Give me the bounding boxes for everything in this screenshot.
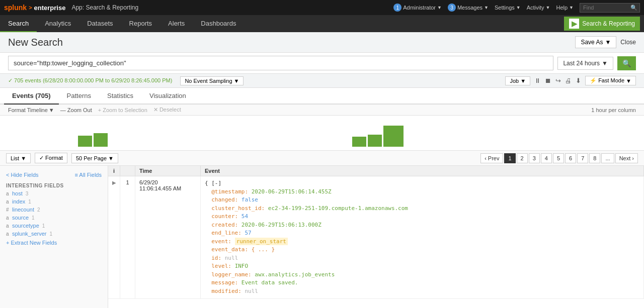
list-button[interactable]: List ▼ — [6, 153, 31, 163]
sidebar: < Hide Fields ≡ All Fields INTERESTING F… — [0, 166, 108, 308]
search-bar-row: Last 24 hours ▼ 🔍 — [0, 53, 644, 74]
event-date: 6/29/20 — [139, 179, 196, 185]
tab-datasets[interactable]: Datasets — [79, 15, 121, 32]
sampling-chevron: ▼ — [234, 78, 239, 84]
zoom-to-selection-button[interactable]: + Zoom to Selection — [98, 107, 147, 113]
field-source[interactable]: a source 1 — [0, 214, 108, 222]
page-7-button[interactable]: 7 — [577, 153, 588, 163]
prev-page-button[interactable]: ‹ Prev — [480, 153, 503, 163]
close-button[interactable]: Close — [620, 39, 636, 46]
page-3-button[interactable]: 3 — [529, 153, 540, 163]
field-linecount[interactable]: # linecount 2 — [0, 206, 108, 214]
bar-1[interactable] — [78, 136, 92, 147]
tab-patterns[interactable]: Patterns — [59, 88, 99, 105]
page-8-button[interactable]: 8 — [589, 153, 600, 163]
page-5-button[interactable]: 5 — [553, 153, 564, 163]
export-button[interactable]: ⬇ — [576, 77, 581, 84]
ev-timestamp-key: @timestamp: — [211, 188, 248, 195]
field-index[interactable]: a index 1 — [0, 197, 108, 206]
page-1-button[interactable]: 1 — [504, 153, 515, 163]
ev-end-line-val: 57 — [245, 230, 251, 236]
page-header: New Search Save As ▼ Close — [0, 32, 644, 53]
tab-events[interactable]: Events (705) — [4, 88, 59, 105]
help-label: Help — [556, 5, 568, 11]
hide-fields-button[interactable]: < Hide Fields — [6, 172, 39, 178]
save-as-button[interactable]: Save As ▼ — [575, 36, 616, 48]
time-picker-chevron: ▼ — [602, 60, 608, 67]
list-chevron: ▼ — [21, 155, 26, 161]
tab-statistics[interactable]: Statistics — [99, 88, 141, 105]
ev-message-val: Event data saved. — [242, 279, 298, 286]
pause-button[interactable]: ⏸ — [534, 77, 541, 84]
format-button[interactable]: ✓ Format — [35, 153, 67, 163]
tab-reports[interactable]: Reports — [121, 15, 160, 32]
ev-timestamp-val: 2020-06-29T15:06:14.455Z — [252, 188, 332, 195]
bar-4[interactable] — [368, 135, 382, 147]
header-col-time: Time — [135, 166, 201, 176]
activity-btn[interactable]: Activity ▼ — [527, 5, 550, 11]
page-2-button[interactable]: 2 — [517, 153, 528, 163]
time-picker[interactable]: Last 24 hours ▼ — [557, 57, 613, 70]
bar-3[interactable] — [352, 137, 366, 147]
help-btn[interactable]: Help ▼ — [556, 5, 574, 11]
field-sourcetype[interactable]: a sourcetype 1 — [0, 222, 108, 230]
field-count-host: 3 — [26, 191, 29, 196]
second-navigation: Search Analytics Datasets Reports Alerts… — [0, 15, 644, 32]
event-timestamp: 11:06:14.455 AM — [139, 185, 196, 191]
ev-event-key: event: — [211, 238, 231, 245]
send-button[interactable]: ↪ — [555, 77, 561, 84]
event-expand-toggle[interactable]: ▶ — [108, 176, 120, 298]
format-timeline-button[interactable]: Format Timeline ▼ — [8, 107, 54, 113]
messages-btn[interactable]: 3 Messages ▼ — [448, 4, 489, 12]
stop-button[interactable]: ⏹ — [545, 77, 551, 84]
tab-dashboards[interactable]: Dashboards — [193, 15, 244, 32]
field-type-host: a — [6, 191, 10, 196]
tab-visualization[interactable]: Visualization — [141, 88, 194, 105]
activity-chevron: ▼ — [546, 5, 550, 10]
splunk-logo[interactable]: splunk>enterprise — [4, 4, 65, 12]
field-host[interactable]: a host 3 — [0, 189, 108, 197]
all-fields-button[interactable]: ≡ All Fields — [75, 172, 102, 178]
ev-logger-key: logger_name: — [211, 271, 251, 278]
bar-5[interactable] — [383, 126, 404, 147]
ev-level-val: INFO — [235, 263, 249, 269]
page-6-button[interactable]: 6 — [565, 153, 576, 163]
page-4-button[interactable]: 4 — [541, 153, 552, 163]
header-col-num — [120, 166, 135, 176]
job-button[interactable]: Job ▼ — [505, 76, 530, 85]
ev-changed-key: changed: — [211, 196, 238, 203]
next-page-button[interactable]: Next › — [615, 153, 638, 163]
tab-search[interactable]: Search — [0, 15, 37, 32]
deselect-button[interactable]: ✕ Deselect — [153, 107, 181, 113]
event-number: 1 — [120, 176, 135, 298]
tab-analytics[interactable]: Analytics — [37, 15, 79, 32]
print-button[interactable]: 🖨 — [565, 77, 572, 84]
field-splunk-server[interactable]: a splunk_server 1 — [0, 230, 108, 238]
bar-2[interactable] — [94, 133, 108, 147]
search-input[interactable] — [8, 56, 553, 70]
per-page-button[interactable]: 50 Per Page ▼ — [71, 153, 118, 163]
settings-btn[interactable]: Settings ▼ — [495, 5, 521, 11]
find-input[interactable] — [583, 5, 628, 11]
extract-fields-link[interactable]: + Extract New Fields — [0, 238, 108, 248]
search-reporting-button[interactable]: ▶ Search & Reporting — [564, 17, 640, 31]
header-col-event: Event — [201, 166, 644, 176]
field-name-splunk-server: splunk_server — [12, 231, 46, 237]
sampling-button[interactable]: No Event Sampling ▼ — [180, 76, 244, 85]
format-timeline-chevron: ▼ — [49, 107, 54, 113]
tab-alerts[interactable]: Alerts — [160, 15, 193, 32]
zoom-out-button[interactable]: — Zoom Out — [60, 107, 92, 113]
status-row-right: Job ▼ ⏸ ⏹ ↪ 🖨 ⬇ ⚡ Fast Mode ▼ — [505, 76, 636, 85]
ev-id-val: null — [225, 255, 238, 261]
main-content: < Hide Fields ≡ All Fields INTERESTING F… — [0, 166, 644, 308]
ev-level-key: level: — [211, 263, 231, 269]
header-col-i: i — [108, 166, 120, 176]
fast-mode-button[interactable]: ⚡ Fast Mode ▼ — [585, 76, 636, 85]
app-name[interactable]: App: Search & Reporting — [71, 4, 138, 11]
ev-counter-val: 54 — [242, 213, 248, 220]
admin-btn[interactable]: 1 Administrator ▼ — [393, 4, 442, 12]
ev-event-val[interactable]: runner_on_start — [235, 238, 288, 245]
tabs-row: Events (705) Patterns Statistics Visuali… — [0, 88, 644, 105]
ev-modified-key: modified: — [211, 288, 242, 294]
search-button[interactable]: 🔍 — [617, 56, 636, 70]
